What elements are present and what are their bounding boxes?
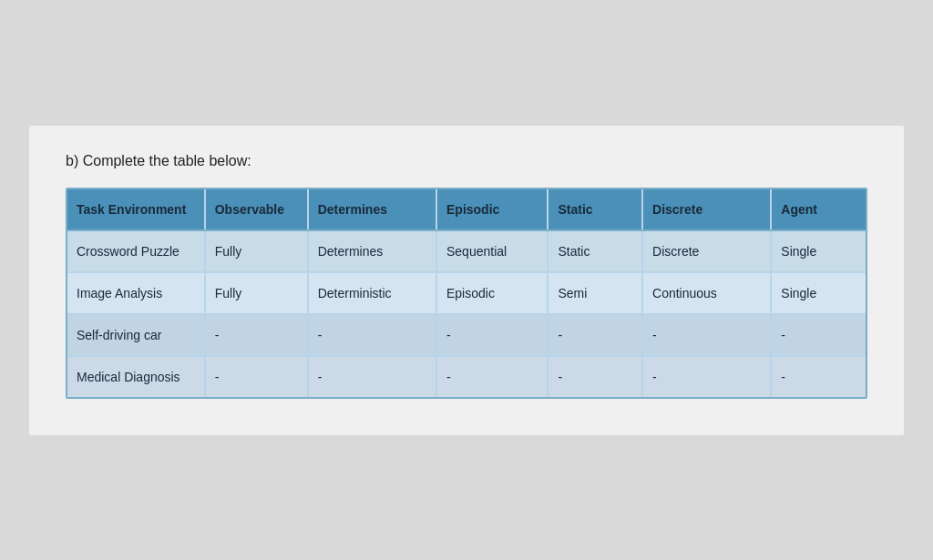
environment-table: Task EnvironmentObservableDeterminesEpis…: [67, 189, 866, 397]
cell-image-analysis-col5: Continuous: [642, 272, 771, 314]
table-wrapper: Task EnvironmentObservableDeterminesEpis…: [66, 188, 867, 399]
header-cell-task-env: Task Environment: [67, 189, 205, 230]
cell-medical-diagnosis-col3: -: [436, 356, 548, 397]
cell-self-driving-car-col1: -: [205, 314, 308, 356]
cell-image-analysis-col2: Deterministic: [308, 272, 436, 314]
cell-self-driving-car-col2: -: [308, 314, 436, 356]
header-cell-static: Static: [548, 189, 642, 230]
cell-crossword-puzzle-col6: Single: [771, 230, 866, 272]
cell-crossword-puzzle-col3: Sequential: [436, 230, 548, 272]
cell-medical-diagnosis-col2: -: [308, 356, 436, 397]
table-row-image-analysis: Image AnalysisFullyDeterministicEpisodic…: [67, 272, 866, 314]
cell-medical-diagnosis-col1: -: [205, 356, 308, 397]
page-container: b) Complete the table below: Task Enviro…: [29, 126, 904, 435]
cell-self-driving-car-col3: -: [436, 314, 548, 356]
cell-self-driving-car-col0: Self-driving car: [67, 314, 205, 356]
header-cell-discrete: Discrete: [642, 189, 771, 230]
header-cell-agent: Agent: [771, 189, 866, 230]
header-cell-observable: Observable: [205, 189, 308, 230]
header-cell-episodic: Episodic: [436, 189, 548, 230]
cell-medical-diagnosis-col0: Medical Diagnosis: [67, 356, 205, 397]
cell-image-analysis-col6: Single: [771, 272, 866, 314]
cell-self-driving-car-col6: -: [771, 314, 866, 356]
cell-image-analysis-col0: Image Analysis: [67, 272, 205, 314]
cell-crossword-puzzle-col5: Discrete: [642, 230, 771, 272]
instruction-text: b) Complete the table below:: [66, 153, 867, 169]
cell-crossword-puzzle-col4: Static: [548, 230, 642, 272]
header-cell-determines: Determines: [308, 189, 436, 230]
table-body: Crossword PuzzleFullyDeterminesSequentia…: [67, 230, 866, 397]
cell-image-analysis-col3: Episodic: [436, 272, 548, 314]
cell-image-analysis-col1: Fully: [205, 272, 308, 314]
cell-crossword-puzzle-col1: Fully: [205, 230, 308, 272]
cell-self-driving-car-col4: -: [548, 314, 642, 356]
cell-medical-diagnosis-col5: -: [642, 356, 771, 397]
cell-crossword-puzzle-col2: Determines: [308, 230, 436, 272]
cell-self-driving-car-col5: -: [642, 314, 771, 356]
cell-crossword-puzzle-col0: Crossword Puzzle: [67, 230, 205, 272]
cell-medical-diagnosis-col4: -: [548, 356, 642, 397]
table-row-self-driving-car: Self-driving car------: [67, 314, 866, 356]
header-row: Task EnvironmentObservableDeterminesEpis…: [67, 189, 866, 230]
table-row-crossword-puzzle: Crossword PuzzleFullyDeterminesSequentia…: [67, 230, 866, 272]
cell-image-analysis-col4: Semi: [548, 272, 642, 314]
cell-medical-diagnosis-col6: -: [771, 356, 866, 397]
table-row-medical-diagnosis: Medical Diagnosis------: [67, 356, 866, 397]
table-header: Task EnvironmentObservableDeterminesEpis…: [67, 189, 866, 230]
